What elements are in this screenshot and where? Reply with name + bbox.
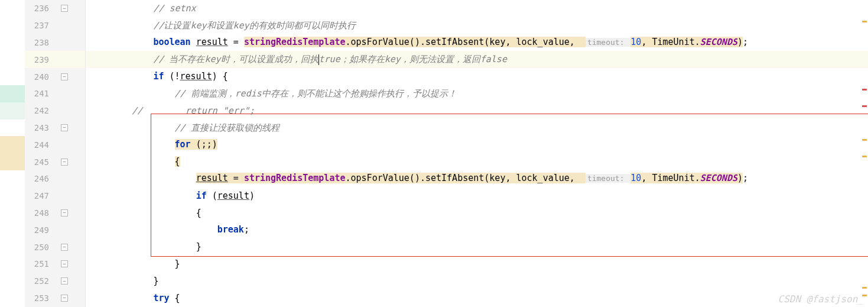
- code-text: [89, 156, 175, 167]
- code-token-comment: // setnx: [153, 3, 196, 14]
- code-line[interactable]: }: [86, 273, 868, 290]
- line-number-row[interactable]: 242: [25, 102, 56, 119]
- code-line[interactable]: if (!result) {: [86, 68, 868, 85]
- code-line[interactable]: // 直接让没获取锁的线程: [86, 119, 868, 137]
- error-marker[interactable]: [862, 105, 867, 107]
- code-token-hl-yellow: , TimeUnit.: [641, 37, 700, 47]
- line-number: 247: [25, 191, 56, 201]
- line-number-row[interactable]: 243: [25, 119, 56, 137]
- line-number: 243: [25, 123, 56, 133]
- line-number-row[interactable]: 239: [25, 51, 56, 68]
- fold-toggle-icon[interactable]: [61, 159, 68, 166]
- left-margin-row: [0, 85, 25, 102]
- line-number-row[interactable]: 252: [25, 273, 56, 290]
- code-line[interactable]: // setnx: [86, 0, 868, 17]
- line-number-row[interactable]: 236: [25, 0, 56, 17]
- code-line[interactable]: break;: [86, 221, 868, 238]
- fold-gutter-row: [56, 136, 85, 153]
- line-number-row[interactable]: 238: [25, 34, 56, 51]
- line-number-row[interactable]: 240: [25, 68, 56, 85]
- line-number: 249: [25, 225, 56, 235]
- code-token-underline: result: [180, 71, 212, 82]
- line-number-row[interactable]: 249: [25, 221, 56, 238]
- fold-toggle-icon[interactable]: [61, 295, 68, 302]
- code-token-field: stringRedisTemplate: [244, 37, 346, 47]
- code-text: [89, 276, 153, 286]
- fold-toggle-icon[interactable]: [61, 209, 68, 216]
- left-margin-row: [0, 0, 25, 17]
- code-line[interactable]: result = stringRedisTemplate.opsForValue…: [86, 170, 868, 188]
- fold-gutter-row: [56, 85, 85, 102]
- left-margin-row: [0, 273, 25, 290]
- line-number: 250: [25, 243, 56, 252]
- line-number-row[interactable]: 251: [25, 256, 56, 273]
- code-text: [89, 241, 196, 252]
- line-number: 251: [25, 259, 56, 269]
- fold-toggle-icon[interactable]: [61, 124, 68, 131]
- code-token-underline: result: [217, 190, 249, 201]
- error-marker[interactable]: [862, 89, 867, 91]
- code-text: }: [196, 241, 201, 252]
- code-text: [191, 37, 196, 47]
- line-number: 253: [25, 293, 56, 303]
- warning-marker[interactable]: [862, 156, 867, 157]
- code-text: [89, 71, 153, 82]
- code-line[interactable]: for (;;): [86, 136, 868, 153]
- code-token-hl-yellow: =: [228, 173, 244, 183]
- code-text: (!: [164, 71, 180, 82]
- code-area[interactable]: // setnx //让设置key和设置key的有效时间都可以同时执行 bool…: [86, 0, 868, 307]
- left-margin-row: [0, 136, 25, 153]
- fold-toggle-icon[interactable]: [61, 277, 68, 285]
- line-number-row[interactable]: 248: [25, 205, 56, 222]
- warning-marker[interactable]: [862, 295, 867, 296]
- warning-marker[interactable]: [862, 21, 867, 22]
- code-line[interactable]: {: [86, 205, 868, 222]
- line-number: 246: [25, 174, 56, 183]
- left-margin-row: [0, 68, 25, 85]
- code-text: }: [153, 276, 158, 286]
- line-number: 239: [25, 55, 56, 64]
- code-token-param-hint: timeout:: [586, 38, 630, 47]
- fold-toggle-icon[interactable]: [61, 5, 68, 12]
- code-text: ) {: [212, 71, 228, 82]
- code-line[interactable]: //让设置key和设置key的有效时间都可以同时执行: [86, 17, 868, 34]
- fold-gutter-row: [56, 34, 85, 51]
- warning-marker[interactable]: [862, 139, 867, 141]
- code-text: [89, 105, 132, 116]
- left-margin-row: [0, 290, 25, 307]
- fold-gutter-row: [56, 188, 85, 205]
- warning-marker[interactable]: [862, 287, 867, 289]
- code-line[interactable]: }: [86, 238, 868, 256]
- code-line[interactable]: // 当不存在key时，可以设置成功，回执true；如果存在key，则无法设置，…: [86, 51, 868, 68]
- code-text: {: [169, 293, 180, 303]
- code-line[interactable]: // return "err";: [86, 102, 868, 119]
- line-number-row[interactable]: 253: [25, 290, 56, 307]
- line-number-row[interactable]: 247: [25, 188, 56, 205]
- code-token-hl-yellow: .opsForValue().setIfAbsent(key, lock_val…: [346, 37, 586, 47]
- line-number-row[interactable]: 237: [25, 17, 56, 34]
- line-number-row[interactable]: 244: [25, 136, 56, 153]
- code-line[interactable]: }: [86, 256, 868, 273]
- left-margin-row: [0, 119, 25, 137]
- code-line[interactable]: {: [86, 153, 868, 170]
- fold-gutter-row: [56, 119, 85, 137]
- fold-gutter-row: [56, 51, 85, 68]
- fold-toggle-icon[interactable]: [61, 244, 68, 251]
- code-line[interactable]: try {: [86, 290, 868, 307]
- line-number-row[interactable]: 250: [25, 238, 56, 256]
- code-line[interactable]: if (result): [86, 188, 868, 205]
- code-token-field-italic: SECONDS: [700, 173, 737, 183]
- fold-gutter-row: [56, 273, 85, 290]
- line-number-row[interactable]: 245: [25, 153, 56, 170]
- line-number: 245: [25, 157, 56, 167]
- code-line[interactable]: // 前端监测，redis中存在，则不能让这个抢购操作执行，予以提示！: [86, 85, 868, 102]
- line-number-row[interactable]: 246: [25, 170, 56, 188]
- fold-toggle-icon[interactable]: [61, 73, 68, 80]
- line-number: 237: [25, 21, 56, 30]
- marker-bar[interactable]: [861, 0, 868, 307]
- line-number-row[interactable]: 241: [25, 85, 56, 102]
- left-margin-row: [0, 170, 25, 188]
- code-line[interactable]: boolean result = stringRedisTemplate.ops…: [86, 34, 868, 51]
- fold-gutter-row: [56, 170, 85, 188]
- fold-toggle-icon[interactable]: [61, 260, 68, 267]
